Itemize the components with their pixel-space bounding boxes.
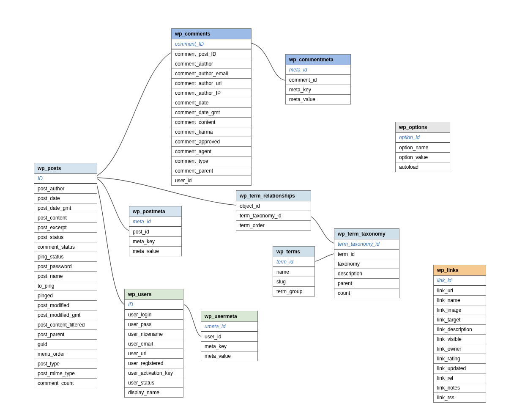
field: link_rss — [434, 393, 486, 402]
field: post_content_filtered — [34, 320, 97, 330]
table-header: wp_options — [396, 122, 450, 133]
field: meta_key — [129, 237, 181, 247]
field: link_owner — [434, 344, 486, 354]
table-header: wp_term_taxonomy — [334, 229, 399, 239]
field: taxonomy — [334, 259, 399, 269]
table-wp-usermeta: wp_usermeta umeta_id user_id meta_key me… — [201, 311, 258, 361]
field: comment_author_IP — [172, 88, 251, 98]
field: ping_status — [34, 252, 97, 262]
field: user_url — [125, 349, 183, 359]
field: post_parent — [34, 330, 97, 340]
field: post_modified_gmt — [34, 310, 97, 320]
field: post_type — [34, 359, 97, 369]
table-wp-terms: wp_terms term_id name slug term_group — [273, 246, 315, 296]
field: comment_type — [172, 156, 251, 166]
field: user_registered — [125, 359, 183, 368]
pk-field: meta_id — [129, 217, 181, 227]
field: option_name — [396, 143, 450, 153]
pk-field: umeta_id — [201, 322, 257, 332]
field: comment_parent — [172, 166, 251, 176]
field: comment_post_ID — [172, 49, 251, 59]
table-header: wp_term_relationships — [236, 191, 311, 201]
field: display_name — [125, 388, 183, 397]
field: meta_value — [286, 95, 350, 104]
field: link_rel — [434, 373, 486, 383]
field: user_email — [125, 339, 183, 349]
field: name — [273, 267, 314, 277]
field: user_id — [201, 332, 257, 342]
pk-field: meta_id — [286, 65, 350, 75]
pk-field: comment_ID — [172, 39, 251, 49]
field: post_status — [34, 233, 97, 242]
field: user_status — [125, 378, 183, 388]
table-header: wp_terms — [273, 247, 314, 257]
field: post_excerpt — [34, 223, 97, 233]
field: pinged — [34, 291, 97, 301]
field: comment_content — [172, 118, 251, 127]
field: parent — [334, 279, 399, 288]
field: object_id — [236, 201, 311, 211]
table-wp-comments: wp_comments comment_ID comment_post_ID c… — [171, 28, 252, 186]
field: link_visible — [434, 335, 486, 344]
table-header: wp_comments — [172, 29, 251, 39]
field: term_id — [334, 250, 399, 259]
field: meta_key — [201, 342, 257, 351]
field: slug — [273, 277, 314, 287]
field: link_rating — [434, 354, 486, 364]
field: meta_value — [129, 247, 181, 256]
table-header: wp_links — [434, 265, 486, 276]
pk-field: ID — [34, 174, 97, 184]
field: comment_author — [172, 59, 251, 69]
field: comment_date — [172, 98, 251, 108]
pk-field: option_id — [396, 133, 450, 143]
field: user_nicename — [125, 329, 183, 339]
table-wp-options: wp_options option_id option_name option_… — [395, 122, 450, 172]
field: post_modified — [34, 301, 97, 310]
field: link_url — [434, 286, 486, 296]
table-wp-posts: wp_posts ID post_author post_date post_d… — [34, 163, 97, 388]
field: comment_author_url — [172, 79, 251, 88]
field: post_date — [34, 194, 97, 203]
field: comment_id — [286, 75, 350, 85]
field: post_name — [34, 272, 97, 281]
field: autoload — [396, 162, 450, 172]
field: user_pass — [125, 320, 183, 329]
field: post_content — [34, 213, 97, 223]
table-wp-users: wp_users ID user_login user_pass user_ni… — [124, 289, 183, 398]
field: link_updated — [434, 364, 486, 373]
field: comment_approved — [172, 137, 251, 147]
field: comment_author_email — [172, 69, 251, 79]
field: post_date_gmt — [34, 203, 97, 213]
field: option_value — [396, 153, 450, 162]
pk-field: term_id — [273, 257, 314, 267]
field: comment_status — [34, 242, 97, 252]
table-header: wp_postmeta — [129, 206, 181, 217]
field: guid — [34, 340, 97, 349]
table-wp-links: wp_links link_id link_url link_name link… — [433, 265, 486, 403]
field: term_taxonomy_id — [236, 211, 311, 221]
field: link_description — [434, 325, 486, 335]
pk-field: term_taxonomy_id — [334, 239, 399, 249]
field: menu_order — [34, 349, 97, 359]
field: count — [334, 288, 399, 298]
field: post_password — [34, 262, 97, 272]
field: post_mime_type — [34, 369, 97, 379]
pk-field: ID — [125, 300, 183, 310]
field: post_author — [34, 184, 97, 194]
table-wp-postmeta: wp_postmeta meta_id post_id meta_key met… — [129, 206, 182, 256]
field: user_login — [125, 310, 183, 320]
field: link_notes — [434, 383, 486, 393]
table-wp-term-relationships: wp_term_relationships object_id term_tax… — [236, 190, 311, 231]
table-wp-commentmeta: wp_commentmeta meta_id comment_id meta_k… — [285, 54, 351, 104]
field: comment_count — [34, 379, 97, 388]
field: link_image — [434, 305, 486, 315]
table-header: wp_commentmeta — [286, 55, 350, 65]
field: comment_agent — [172, 147, 251, 156]
field: term_order — [236, 221, 311, 230]
field: link_name — [434, 296, 486, 305]
field: user_id — [172, 176, 251, 185]
field: link_target — [434, 315, 486, 325]
field: post_id — [129, 227, 181, 237]
field: comment_date_gmt — [172, 108, 251, 118]
pk-field: link_id — [434, 276, 486, 285]
